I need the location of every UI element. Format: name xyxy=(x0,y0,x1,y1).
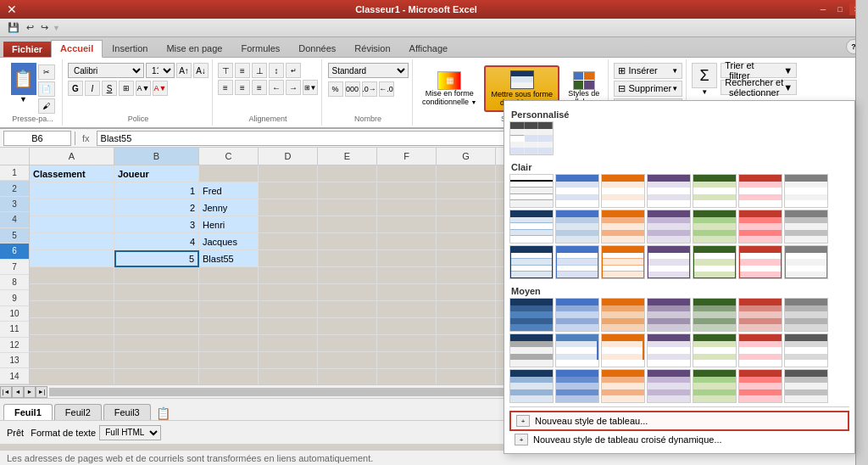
style-clair-13[interactable] xyxy=(738,210,782,244)
cell-f6[interactable] xyxy=(377,250,437,267)
cell-b1[interactable]: Joueur xyxy=(114,165,199,182)
couper-button[interactable]: ✂ xyxy=(38,64,55,80)
align-top-button[interactable]: ⊤ xyxy=(218,63,233,78)
row-num-10[interactable]: 10 xyxy=(0,306,30,322)
cell-c8[interactable] xyxy=(199,284,259,301)
cell-d10[interactable] xyxy=(259,318,318,335)
style-clair-21[interactable] xyxy=(784,245,828,279)
row-num-5[interactable]: 5 xyxy=(0,228,30,244)
cell-b6[interactable]: 5 xyxy=(114,250,199,267)
cell-g2[interactable] xyxy=(437,182,496,199)
row-num-7[interactable]: 7 xyxy=(0,260,30,275)
mise-en-forme-conditionnelle-button[interactable]: ▦ Mise en formeconditionnelle ▼ xyxy=(418,69,481,109)
style-clair-10[interactable] xyxy=(601,210,645,244)
sheet-last-button[interactable]: ►| xyxy=(36,386,47,398)
cell-a4[interactable] xyxy=(30,216,114,233)
wrap-text-button[interactable]: ↵ xyxy=(286,63,301,78)
cell-a1[interactable]: Classement xyxy=(30,165,114,182)
cell-a9[interactable] xyxy=(30,301,114,318)
cell-f8[interactable] xyxy=(377,284,437,301)
save-button[interactable]: 💾 xyxy=(5,20,22,35)
style-moyen-5[interactable] xyxy=(693,298,737,332)
cell-g9[interactable] xyxy=(437,301,496,318)
cell-c13[interactable] xyxy=(199,369,259,384)
cell-d7[interactable] xyxy=(259,267,318,284)
minimize-button[interactable]: ─ xyxy=(815,3,831,15)
merge-button[interactable]: ⊞▼ xyxy=(303,80,318,95)
coller-button[interactable]: 📋 ▼ xyxy=(11,63,36,104)
cell-e7[interactable] xyxy=(318,267,377,284)
tab-fichier[interactable]: Fichier xyxy=(3,42,51,57)
cell-f4[interactable] xyxy=(377,216,437,233)
row-num-8[interactable]: 8 xyxy=(0,275,30,290)
cell-e11[interactable] xyxy=(318,335,377,352)
style-moyen-4[interactable] xyxy=(647,298,691,332)
sheet-tab-feuil3[interactable]: Feuil3 xyxy=(103,404,151,420)
cell-e13[interactable] xyxy=(318,369,377,384)
align-right-button[interactable]: ≡ xyxy=(252,80,267,95)
align-left-button[interactable]: ≡ xyxy=(218,80,233,95)
copier-button[interactable]: 📄 xyxy=(38,81,55,97)
cell-b4[interactable]: 3 xyxy=(114,216,199,233)
cell-a6[interactable] xyxy=(30,250,114,267)
thousands-button[interactable]: 000 xyxy=(345,81,360,97)
row-num-14[interactable]: 14 xyxy=(0,368,30,384)
border-button[interactable]: ⊞ xyxy=(119,81,134,96)
style-moyen-16[interactable] xyxy=(555,369,599,403)
style-moyen-2[interactable] xyxy=(555,298,599,332)
style-clair-16[interactable] xyxy=(555,245,599,279)
redo-button[interactable]: ↪ xyxy=(38,20,51,35)
cell-g12[interactable] xyxy=(437,352,496,369)
percent-button[interactable]: % xyxy=(328,81,343,97)
cell-e10[interactable] xyxy=(318,318,377,335)
trier-filtrer-button[interactable]: Trier etfiltrer▼ xyxy=(721,63,797,78)
cell-d2[interactable] xyxy=(259,182,318,199)
reproduire-button[interactable]: 🖌 xyxy=(38,98,55,114)
cell-d13[interactable] xyxy=(259,369,318,384)
name-box[interactable] xyxy=(3,131,71,146)
row-num-4[interactable]: 4 xyxy=(0,212,30,227)
cell-c9[interactable] xyxy=(199,301,259,318)
align-bottom-button[interactable]: ⊥ xyxy=(252,63,267,78)
cell-c11[interactable] xyxy=(199,335,259,352)
style-moyen-17[interactable] xyxy=(601,369,645,403)
cell-g13[interactable] xyxy=(437,369,496,384)
cell-f5[interactable] xyxy=(377,233,437,250)
cell-a11[interactable] xyxy=(30,335,114,352)
cell-d1[interactable] xyxy=(259,165,318,182)
cell-e2[interactable] xyxy=(318,182,377,199)
row-num-3[interactable]: 3 xyxy=(0,197,30,212)
cell-b5[interactable]: 4 xyxy=(114,233,199,250)
rechercher-button[interactable]: Rechercher etsélectionner▼ xyxy=(721,80,797,95)
style-moyen-18[interactable] xyxy=(647,369,691,403)
cell-d11[interactable] xyxy=(259,335,318,352)
indent-button[interactable]: → xyxy=(286,80,301,95)
decrease-decimal-button[interactable]: ←.0 xyxy=(379,81,394,97)
style-clair-11[interactable] xyxy=(647,210,691,244)
supprimer-button[interactable]: ⊟ Supprimer▼ xyxy=(614,81,682,97)
tab-insertion[interactable]: Insertion xyxy=(103,40,157,57)
cell-g10[interactable] xyxy=(437,318,496,335)
sheet-next-button[interactable]: ► xyxy=(24,386,36,398)
row-num-1[interactable]: 1 xyxy=(0,165,30,181)
cell-a3[interactable] xyxy=(30,199,114,216)
style-clair-6[interactable] xyxy=(738,174,782,208)
cell-g4[interactable] xyxy=(437,216,496,233)
cell-c3[interactable]: Jenny xyxy=(199,199,259,216)
style-moyen-1[interactable] xyxy=(509,298,554,332)
text-direction-button[interactable]: ↕ xyxy=(269,63,284,78)
style-moyen-7[interactable] xyxy=(784,298,828,332)
col-header-f[interactable]: F xyxy=(377,148,437,165)
style-clair-1[interactable] xyxy=(509,174,554,208)
col-header-e[interactable]: E xyxy=(318,148,377,165)
cell-a2[interactable] xyxy=(30,182,114,199)
increase-decimal-button[interactable]: .0→ xyxy=(362,81,377,97)
inserer-button[interactable]: ⊞ Insérer▼ xyxy=(614,63,682,79)
row-num-12[interactable]: 12 xyxy=(0,338,30,353)
cell-a13[interactable] xyxy=(30,369,114,384)
cell-b8[interactable] xyxy=(114,284,199,301)
cell-c5[interactable]: Jacques xyxy=(199,233,259,250)
tab-donnees[interactable]: Données xyxy=(289,40,345,57)
tab-mise-en-page[interactable]: Mise en page xyxy=(157,40,231,57)
cell-c2[interactable]: Fred xyxy=(199,182,259,199)
